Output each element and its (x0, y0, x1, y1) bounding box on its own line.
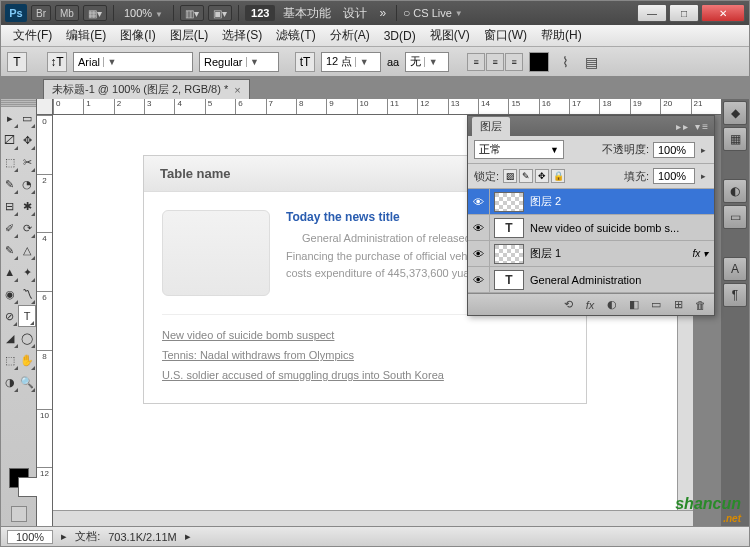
workspace-design[interactable]: 设计 (339, 5, 371, 22)
new-layer-icon[interactable]: ⊞ (670, 298, 686, 311)
layer-mask-icon[interactable]: ◐ (604, 298, 620, 311)
window-minimize[interactable]: — (637, 4, 667, 22)
workspace-123[interactable]: 123 (245, 5, 275, 21)
opacity-value[interactable]: 100% (653, 142, 695, 158)
tool-12-1[interactable]: 🔍 (19, 371, 37, 393)
layer-name[interactable]: 图层 2 (528, 194, 714, 209)
document-tab[interactable]: 未标题-1 @ 100% (图层 2, RGB/8) * × (43, 79, 250, 99)
tool-2-1[interactable]: ✂ (19, 151, 37, 173)
layer-visibility-icon[interactable]: 👁 (468, 241, 490, 266)
tool-3-1[interactable]: ◔ (19, 173, 37, 195)
screen-mode-button[interactable]: ▣▾ (208, 5, 232, 21)
menu-layer[interactable]: 图层(L) (164, 25, 215, 46)
dock-styles-icon[interactable]: ▭ (723, 205, 747, 229)
tool-11-1[interactable]: ✋ (19, 349, 37, 371)
dock-color-icon[interactable]: ◆ (723, 101, 747, 125)
layer-visibility-icon[interactable]: 👁 (468, 189, 490, 214)
align-right[interactable]: ≡ (505, 53, 523, 71)
layer-name[interactable]: 图层 1 (528, 246, 686, 261)
layer-visibility-icon[interactable]: 👁 (468, 267, 490, 292)
canvas-scrollbar-horizontal[interactable] (53, 510, 693, 526)
menu-view[interactable]: 视图(V) (424, 25, 476, 46)
opacity-arrow[interactable]: ▸ (699, 145, 708, 155)
dock-adjustments-icon[interactable]: ◐ (723, 179, 747, 203)
menu-help[interactable]: 帮助(H) (535, 25, 588, 46)
layer-row[interactable]: 👁图层 2 (468, 189, 714, 215)
warp-text-icon[interactable]: ⌇ (555, 52, 575, 72)
text-orientation[interactable]: ↕T (47, 52, 67, 72)
layer-name[interactable]: New video of suicide bomb s... (528, 222, 714, 234)
delete-layer-icon[interactable]: 🗑 (692, 299, 708, 311)
foreground-color[interactable] (9, 468, 29, 488)
tool-5-1[interactable]: ⟳ (19, 217, 37, 239)
font-family-select[interactable]: Arial▼ (73, 52, 193, 72)
arrange-button[interactable]: ▥▾ (180, 5, 204, 21)
tool-10-0[interactable]: ◢ (1, 327, 19, 349)
panel-menu-icon[interactable]: ▸▸ ▾≡ (676, 121, 710, 132)
window-close[interactable]: ✕ (701, 4, 745, 22)
tool-12-0[interactable]: ◑ (1, 371, 19, 393)
character-panel-icon[interactable]: ▤ (581, 52, 601, 72)
bridge-button[interactable]: Br (31, 5, 51, 21)
menu-3d[interactable]: 3D(D) (378, 27, 422, 45)
tool-3-0[interactable]: ✎ (1, 173, 19, 195)
menu-edit[interactable]: 编辑(E) (60, 25, 112, 46)
font-weight-select[interactable]: Regular▼ (199, 52, 279, 72)
align-center[interactable]: ≡ (486, 53, 504, 71)
align-left[interactable]: ≡ (467, 53, 485, 71)
workspace-more[interactable]: » (375, 6, 390, 20)
document-tab-close[interactable]: × (234, 84, 240, 96)
minibridge-button[interactable]: Mb (55, 5, 79, 21)
tool-4-1[interactable]: ✱ (19, 195, 37, 217)
dock-paragraph-icon[interactable]: ¶ (723, 283, 747, 307)
tool-10-1[interactable]: ◯ (19, 327, 37, 349)
tool-0-1[interactable]: ▭ (19, 107, 37, 129)
menu-analysis[interactable]: 分析(A) (324, 25, 376, 46)
menu-select[interactable]: 选择(S) (216, 25, 268, 46)
lock-position-icon[interactable]: ✥ (535, 169, 549, 183)
lock-transparency-icon[interactable]: ▨ (503, 169, 517, 183)
tool-0-0[interactable]: ▸ (1, 107, 19, 129)
layer-fx-badge[interactable]: fx ▾ (686, 248, 714, 259)
background-color[interactable] (18, 477, 38, 497)
tool-preset[interactable]: T (7, 52, 27, 72)
layer-visibility-icon[interactable]: 👁 (468, 215, 490, 240)
lock-all-icon[interactable]: 🔒 (551, 169, 565, 183)
layer-group-icon[interactable]: ▭ (648, 298, 664, 311)
menu-image[interactable]: 图像(I) (114, 25, 161, 46)
tool-8-1[interactable]: 〽 (19, 283, 37, 305)
layers-tab[interactable]: 图层 (472, 117, 510, 136)
status-menu-arrow[interactable]: ▸ (185, 530, 191, 543)
tool-7-1[interactable]: ✦ (19, 261, 37, 283)
tool-7-0[interactable]: ▲ (1, 261, 19, 283)
tool-8-0[interactable]: ◉ (1, 283, 19, 305)
ruler-vertical[interactable]: 024681012 (37, 115, 53, 526)
zoom-level[interactable]: 100% ▼ (120, 7, 167, 19)
lock-pixels-icon[interactable]: ✎ (519, 169, 533, 183)
tool-2-0[interactable]: ⬚ (1, 151, 19, 173)
status-zoom[interactable]: 100% (7, 530, 53, 544)
fill-value[interactable]: 100% (653, 168, 695, 184)
dock-swatches-icon[interactable]: ▦ (723, 127, 747, 151)
tool-1-1[interactable]: ✥ (19, 129, 37, 151)
blend-mode-select[interactable]: 正常▼ (474, 140, 564, 159)
font-size-select[interactable]: 12 点▼ (321, 52, 381, 72)
fill-arrow[interactable]: ▸ (699, 171, 708, 181)
ruler-horizontal[interactable]: 0123456789101112131415161718192021 (53, 99, 721, 115)
layer-row[interactable]: 👁图层 1fx ▾ (468, 241, 714, 267)
workspace-basic[interactable]: 基本功能 (279, 5, 335, 22)
tool-6-0[interactable]: ✎ (1, 239, 19, 261)
layer-name[interactable]: General Administration (528, 274, 714, 286)
window-maximize[interactable]: □ (669, 4, 699, 22)
link-layers-icon[interactable]: ⟲ (560, 298, 576, 311)
layer-row[interactable]: 👁TGeneral Administration (468, 267, 714, 293)
dock-text-icon[interactable]: A (723, 257, 747, 281)
ruler-origin[interactable] (37, 99, 53, 115)
tool-9-0[interactable]: ⊘ (1, 305, 18, 327)
menu-file[interactable]: 文件(F) (7, 25, 58, 46)
tool-1-0[interactable]: 〼 (1, 129, 19, 151)
tool-9-1[interactable]: T (18, 305, 36, 327)
tool-5-0[interactable]: ✐ (1, 217, 19, 239)
adjustment-layer-icon[interactable]: ◧ (626, 298, 642, 311)
menu-window[interactable]: 窗口(W) (478, 25, 533, 46)
